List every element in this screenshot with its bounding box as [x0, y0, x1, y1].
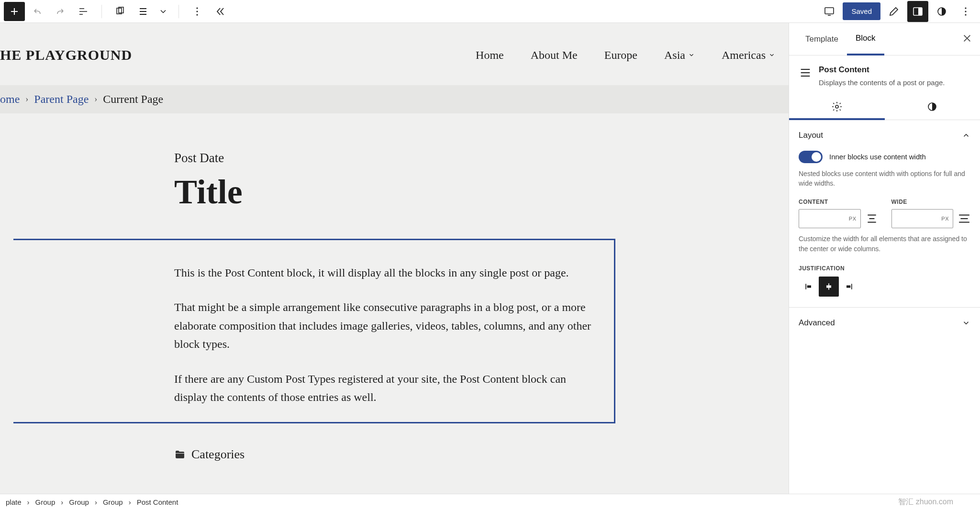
- block-more-options-button[interactable]: [187, 1, 208, 22]
- svg-rect-5: [825, 8, 834, 14]
- nav-item-europe[interactable]: Europe: [604, 49, 637, 62]
- toolbar-left-group: [4, 1, 231, 22]
- add-block-button[interactable]: [4, 2, 25, 21]
- advanced-panel-toggle[interactable]: Advanced: [789, 308, 980, 338]
- tab-block[interactable]: Block: [847, 23, 884, 55]
- content-width-toggle[interactable]: [799, 151, 823, 163]
- nav-item-asia[interactable]: Asia: [664, 49, 695, 62]
- breadcrumb: ome › Parent Page › Current Page: [0, 93, 163, 106]
- align-wide-icon[interactable]: [958, 212, 970, 225]
- breadcrumb-home[interactable]: ome: [0, 93, 20, 106]
- contrast-circle-icon: [926, 101, 938, 112]
- chevron-down-icon: [158, 6, 168, 17]
- crumb-item[interactable]: Group: [35, 498, 56, 506]
- paragraph-block[interactable]: This is the Post Content block, it will …: [174, 264, 595, 282]
- nav-item-americas[interactable]: Americas: [722, 49, 775, 62]
- svg-point-12: [835, 105, 838, 108]
- content-width-input[interactable]: PX: [799, 209, 861, 228]
- toggle-label: Inner blocks use content width: [829, 153, 926, 161]
- page-breadcrumb-strip: ome › Parent Page › Current Page: [0, 85, 789, 113]
- post-content-icon: [799, 66, 812, 79]
- site-title[interactable]: HE PLAYGROUND: [0, 47, 132, 63]
- justify-right-icon: [844, 282, 854, 291]
- close-icon: [962, 33, 972, 44]
- inspector-tabs: Template Block: [789, 23, 980, 55]
- folder-icon: [174, 449, 186, 460]
- paragraph-block[interactable]: If there are any Custom Post Types regis…: [174, 370, 595, 407]
- justify-left-button[interactable]: [799, 277, 819, 297]
- settings-sidebar-toggle[interactable]: [907, 1, 928, 22]
- block-align-button[interactable]: [133, 1, 154, 22]
- content-width-toggle-row: Inner blocks use content width: [799, 151, 970, 163]
- document-overview-button[interactable]: [73, 1, 94, 22]
- svg-rect-14: [807, 285, 811, 288]
- align-center-icon[interactable]: [866, 212, 878, 225]
- justify-left-icon: [804, 282, 813, 291]
- chevron-up-icon: [962, 131, 970, 140]
- layout-panel: Layout Inner blocks use content width Ne…: [789, 120, 980, 308]
- justify-center-button[interactable]: [819, 277, 839, 297]
- chevron-down-icon: [688, 52, 695, 58]
- svg-point-11: [965, 14, 966, 15]
- chevrons-left-icon: [214, 6, 226, 17]
- crumb-item[interactable]: plate: [6, 498, 22, 506]
- categories-block[interactable]: Categories: [174, 447, 614, 462]
- block-card: Post Content Displays the contents of a …: [789, 55, 980, 94]
- post-content-block[interactable]: This is the Post Content block, it will …: [174, 239, 614, 423]
- sidebar-panel-icon: [912, 6, 924, 17]
- block-inspector-sidebar: Template Block Post Content Displays the…: [789, 23, 980, 494]
- edit-mode-button[interactable]: [883, 1, 904, 22]
- chevron-down-icon: [962, 319, 970, 327]
- unit-label: PX: [849, 216, 857, 222]
- svg-point-10: [965, 11, 966, 12]
- watermark-text: 智汇 zhuon.com: [898, 497, 974, 507]
- toolbar-right-group: Saved: [819, 1, 976, 22]
- nav-label: Home: [476, 49, 504, 62]
- justify-center-icon: [824, 282, 834, 291]
- wide-width-label: WIDE: [891, 199, 971, 205]
- breadcrumb-separator: ›: [25, 94, 28, 104]
- redo-icon: [55, 6, 66, 17]
- crumb-item[interactable]: Group: [103, 498, 123, 506]
- styles-button[interactable]: [931, 1, 952, 22]
- collapse-toolbar-button[interactable]: [210, 1, 231, 22]
- chevron-down-icon: [768, 52, 775, 58]
- svg-rect-7: [918, 8, 922, 15]
- block-breadcrumb: plate› Group› Group› Group› Post Content: [6, 498, 178, 506]
- toolbar-dropdown-button[interactable]: [156, 1, 171, 22]
- redo-button[interactable]: [50, 1, 71, 22]
- justify-right-button[interactable]: [839, 277, 859, 297]
- nav-item-about[interactable]: About Me: [531, 49, 578, 62]
- breadcrumb-separator: ›: [94, 94, 97, 104]
- nav-label: Americas: [722, 49, 766, 62]
- tab-template[interactable]: Template: [797, 24, 847, 55]
- save-status-pill[interactable]: Saved: [843, 2, 880, 20]
- wide-width-input[interactable]: PX: [891, 209, 954, 228]
- subtab-styles[interactable]: [885, 94, 980, 120]
- undo-button[interactable]: [27, 1, 48, 22]
- close-inspector-button[interactable]: [962, 33, 972, 45]
- breadcrumb-parent[interactable]: Parent Page: [34, 93, 89, 106]
- width-help-text: Customize the width for all elements tha…: [799, 234, 970, 254]
- svg-rect-15: [826, 285, 831, 288]
- plus-icon: [9, 6, 20, 17]
- dots-vertical-icon: [191, 6, 203, 17]
- categories-label: Categories: [191, 447, 245, 462]
- post-column: Post Date Title This is the Post Content…: [174, 151, 614, 462]
- crumb-item[interactable]: Post Content: [137, 498, 178, 506]
- editor-options-button[interactable]: [955, 1, 976, 22]
- primary-navigation: Home About Me Europe Asia Americas: [476, 49, 775, 62]
- copy-tool-button[interactable]: [110, 1, 131, 22]
- desktop-icon: [824, 6, 835, 17]
- layout-panel-toggle[interactable]: Layout: [799, 131, 970, 140]
- post-date-block[interactable]: Post Date: [174, 151, 614, 166]
- paragraph-block[interactable]: That might be a simple arrangement like …: [174, 298, 595, 353]
- nav-item-home[interactable]: Home: [476, 49, 504, 62]
- view-button[interactable]: [819, 1, 840, 22]
- svg-point-3: [196, 11, 198, 12]
- post-title-block[interactable]: Title: [174, 172, 614, 212]
- toolbar-divider: [178, 5, 179, 18]
- crumb-item[interactable]: Group: [69, 498, 89, 506]
- subtab-settings[interactable]: [789, 94, 885, 120]
- pencil-icon: [888, 6, 900, 17]
